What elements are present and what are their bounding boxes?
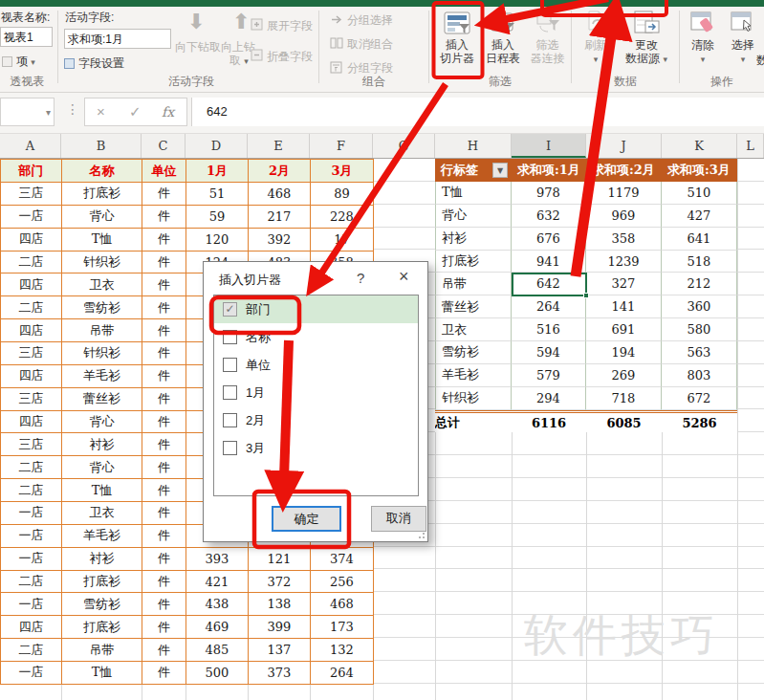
cell[interactable]: 求和项:2月 [586,159,662,182]
cell[interactable]: 打底衫 [62,616,142,639]
cell[interactable]: 1239 [586,251,662,273]
cell[interactable]: 件 [142,456,186,479]
cell[interactable]: 四店 [1,411,62,434]
cell[interactable]: 针织衫 [62,342,142,365]
cell[interactable]: 背心 [62,456,142,479]
column-header-F[interactable]: F [310,134,373,158]
ungroup-button[interactable]: 取消组合 [347,36,393,53]
cell[interactable]: 行标签▼ [435,159,512,182]
cell[interactable]: 212 [662,273,737,295]
cell[interactable]: 针织衫 [62,252,142,274]
cell[interactable]: T恤 [62,479,142,502]
cell[interactable]: 132 [311,639,374,662]
cell[interactable]: 485 [186,639,249,662]
cell[interactable]: 四店 [1,229,62,252]
cell[interactable]: 264 [512,295,586,318]
cell[interactable]: 件 [142,639,186,662]
cell[interactable]: 衬衫 [62,548,142,571]
cell[interactable]: T恤 [62,662,142,685]
cell[interactable]: 138 [249,593,311,616]
cell[interactable]: 6116 [512,410,586,433]
cell[interactable]: 一店 [1,502,62,525]
cell[interactable]: 358 [586,228,662,251]
drill-up-button-line2[interactable]: 取 ▾ [229,53,249,69]
cell[interactable]: 469 [186,616,249,639]
cell[interactable]: 件 [142,502,186,525]
cell[interactable]: 89 [311,183,374,206]
cell[interactable]: 718 [586,387,662,410]
cell[interactable]: 518 [662,251,737,273]
checkbox-unchecked-icon[interactable] [223,358,237,372]
cell[interactable]: 二店 [1,571,62,594]
cell[interactable]: 件 [142,206,186,229]
cell[interactable]: 941 [512,251,586,273]
cell[interactable]: 228 [311,206,374,229]
cell[interactable]: 件 [142,229,186,252]
cell[interactable]: 卫衣 [435,318,512,341]
cell[interactable]: 求和项:1月 [512,159,586,182]
cell[interactable]: 吊带 [62,319,142,342]
slicer-field-item[interactable]: 3月 [214,434,418,462]
pivottable-options-button[interactable]: 项 ▾ [2,54,35,70]
change-data-source-button[interactable]: 更改数据源 ▾ [618,8,675,71]
cell[interactable]: 吊带 [435,273,512,295]
cell[interactable]: 5286 [662,410,737,433]
cell[interactable]: 194 [586,341,662,364]
checkbox-unchecked-icon[interactable] [223,330,237,344]
cell[interactable]: 三店 [1,183,62,206]
cell[interactable]: 一店 [1,525,62,548]
help-icon[interactable]: ? [357,270,364,286]
cell[interactable]: 6085 [586,410,662,433]
cell[interactable]: 二店 [1,456,62,479]
column-header-E[interactable]: E [248,134,310,158]
cell[interactable]: 399 [249,616,311,639]
column-header-K[interactable]: K [662,134,737,158]
cell[interactable]: 件 [142,252,186,274]
cell[interactable]: 部门 [1,160,62,183]
name-box[interactable]: ▾ [0,98,55,126]
insert-slicer-button[interactable]: 插入切片器 [433,8,481,71]
cell[interactable]: 三店 [1,433,62,456]
cell[interactable]: 51 [186,183,249,206]
cell[interactable]: 1月 [186,160,249,183]
cell[interactable]: 294 [512,387,586,410]
cell[interactable]: 雪纺衫 [435,341,512,364]
cell[interactable]: 978 [512,182,586,205]
column-header-J[interactable]: J [586,134,662,158]
cell[interactable]: 羊毛衫 [62,525,142,548]
cell[interactable]: 372 [249,571,311,594]
cell[interactable]: 四店 [1,616,62,639]
field-settings-button[interactable]: 字段设置 [64,55,124,72]
cell[interactable]: 羊毛衫 [435,364,512,387]
cell[interactable]: 269 [586,364,662,387]
cell[interactable]: 264 [311,662,374,685]
drill-down-button[interactable]: 向下钻取 [175,39,221,55]
cell[interactable]: 121 [249,548,311,571]
cell[interactable]: 件 [142,411,186,434]
close-icon[interactable]: × [399,267,409,287]
cell[interactable]: 672 [662,387,737,410]
cell[interactable]: 背心 [435,205,512,228]
resize-grip-icon[interactable] [416,530,426,539]
cell[interactable]: 17 [311,229,374,252]
row-labels-dropdown-icon[interactable]: ▼ [492,163,508,178]
collapse-field-button[interactable]: 折叠字段 [267,49,313,65]
cell[interactable]: 四店 [1,273,62,296]
cell[interactable]: 393 [186,548,249,571]
cancel-entry-icon[interactable]: × [97,103,105,120]
cell[interactable]: 三店 [1,342,62,365]
cell[interactable]: 名称 [62,160,142,183]
active-field-input[interactable]: 求和项:1月 [64,29,171,49]
cell[interactable]: 516 [512,318,586,341]
enter-entry-icon[interactable]: ✓ [129,103,142,120]
cell[interactable]: 打底衫 [62,571,142,594]
cell[interactable]: 件 [142,365,186,388]
cell[interactable]: 二店 [1,296,62,319]
slicer-field-item[interactable]: 2月 [214,406,418,434]
cell[interactable]: 421 [186,571,249,594]
cell[interactable]: 438 [186,593,249,616]
cell[interactable]: 641 [662,228,737,251]
cell[interactable]: 件 [142,342,186,365]
cell[interactable]: 打底衫 [435,251,512,273]
cell[interactable]: 二店 [1,252,62,274]
